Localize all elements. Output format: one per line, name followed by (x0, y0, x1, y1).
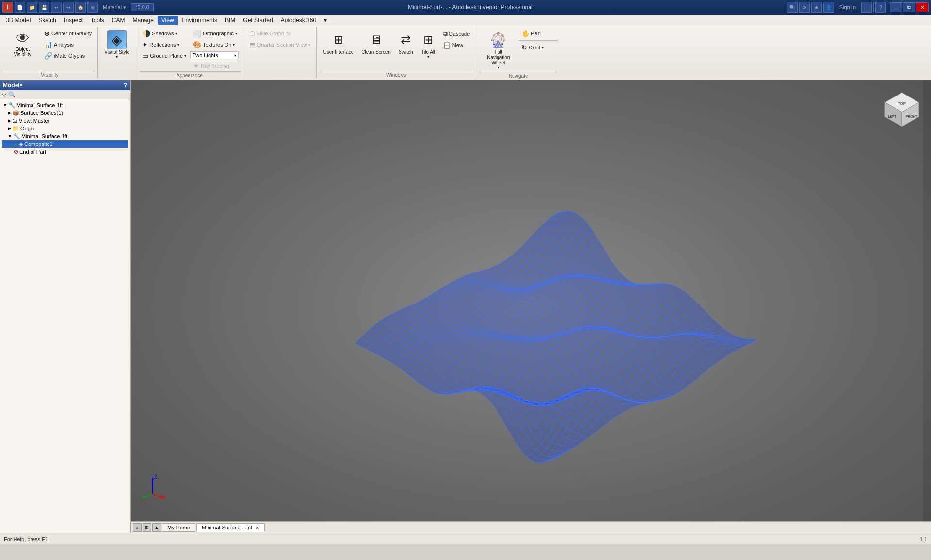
ribbon-group-section: ⬡ Slice Graphics ⬒ Quarter Section View … (243, 27, 317, 79)
titlebar: I 📄 📁 💾 ↩ ↪ 🏠 ⊕ Material ▾ *0;0,0 Minima… (0, 0, 931, 15)
menu-extra[interactable]: ▾ (320, 16, 331, 25)
quarter-section-label: Quarter Section View (257, 42, 307, 48)
analysis-button[interactable]: 📊 Analysis (41, 39, 95, 50)
menu-get-started[interactable]: Get Started (239, 16, 276, 25)
viewport-tab-up-icon[interactable]: ▲ (152, 523, 161, 532)
axis-svg: Z X Y (141, 475, 165, 499)
viewport-tab-grid-icon[interactable]: ⊞ (143, 523, 151, 532)
tree-expand-ms: ▼ (8, 134, 12, 139)
minimize-button[interactable]: ― (890, 2, 902, 12)
viewport-tab-file[interactable]: Minimal-Surface-...ipt ✕ (196, 523, 265, 532)
tree-item-origin[interactable]: ▶ 📁 Origin (2, 125, 128, 132)
signin-btn[interactable]: Sign In (835, 4, 860, 11)
menu-view[interactable]: View (158, 16, 178, 25)
close-button[interactable]: ✕ (916, 2, 929, 12)
search-model-icon[interactable]: 🔍 (8, 91, 16, 98)
titlebar-app-icons[interactable]: I 📄 📁 💾 ↩ ↪ 🏠 ⊕ (2, 2, 98, 13)
model-tree: ▼ 🔧 Minimal-Surface-1ft ▶ 📦 Surface Bodi… (0, 99, 130, 533)
tree-item-end-of-part[interactable]: ⊘ End of Part (2, 148, 128, 156)
orthographic-button[interactable]: ⬜ Orthographic ▾ (190, 28, 240, 39)
ray-tracing-label: Ray Tracing (201, 63, 229, 69)
user-interface-button[interactable]: ⊞ User Interface (320, 28, 357, 57)
app-logo-icon: I (2, 2, 13, 13)
menu-autodesk360[interactable]: Autodesk 360 (277, 16, 320, 25)
quick-access-home[interactable]: 🏠 (75, 2, 86, 13)
orbit-button[interactable]: ↻ Orbit ▾ (518, 42, 557, 53)
restore-button[interactable]: ⧉ (903, 2, 915, 12)
tab-myhome-label: My Home (167, 525, 190, 530)
tree-label-root: Minimal-Surface-1ft (16, 102, 63, 108)
clean-screen-button[interactable]: 🖥 Clean Screen (358, 28, 394, 57)
mode-selector[interactable]: Material ▾ (103, 4, 126, 11)
tile-all-icon: ⊞ (423, 30, 433, 49)
tile-all-button[interactable]: ⊞ Tile All ▾ (417, 28, 439, 61)
viewport[interactable]: TOP LEFT FRONT (131, 80, 931, 533)
quick-access-redo[interactable]: ↪ (63, 2, 74, 13)
menu-bim[interactable]: BIM (221, 16, 239, 25)
viewport-tab-myhome[interactable]: My Home (162, 523, 195, 532)
cascade-button[interactable]: ⧉ Cascade (440, 28, 473, 39)
textures-label: Textures On (203, 42, 231, 48)
quarter-section-button[interactable]: ⬒ Quarter Section View ▾ (246, 39, 314, 50)
quick-access-new[interactable]: 📄 (15, 2, 25, 13)
reflections-label: Reflections (149, 42, 176, 48)
filter-icon[interactable]: ▽ (2, 91, 6, 98)
visual-style-button[interactable]: ◈ Visual Style ▾ (101, 28, 133, 61)
nav-wheel-label: Full Navigation Wheel (482, 49, 514, 65)
windows-group-label: Windows (320, 71, 473, 78)
viewport-scrollbar-v[interactable] (923, 80, 931, 533)
y-axis-label: Y (142, 495, 145, 499)
viewport-tabs: ⌂ ⊞ ▲ My Home Minimal-Surface-...ipt ✕ (131, 521, 931, 533)
quick-access-undo[interactable]: ↩ (51, 2, 62, 13)
tree-icon-origin: 📁 (12, 125, 19, 132)
tree-icon-ms: 🔧 (13, 133, 20, 140)
imate-glyphs-button[interactable]: 🔗 iMate Glyphs (41, 50, 95, 61)
ray-tracing-button[interactable]: ☀ Ray Tracing (190, 61, 240, 71)
minimize-app-icon[interactable]: ― (861, 2, 872, 13)
quick-access-extra[interactable]: ⊕ (87, 2, 98, 13)
menu-sketch[interactable]: Sketch (34, 16, 60, 25)
full-nav-wheel-button[interactable]: 🎡 Full Navigation Wheel ▾ (479, 28, 517, 72)
center-gravity-label: Center of Gravity (51, 31, 92, 36)
new-button[interactable]: 📋 New (440, 40, 473, 50)
switch-button[interactable]: ⇄ Switch (395, 28, 417, 57)
panel-help-icon[interactable]: ? (124, 82, 127, 89)
tab-file-close-icon[interactable]: ✕ (256, 526, 259, 530)
ray-tracing-icon: ☀ (193, 62, 199, 70)
viewport-tab-home-icon[interactable]: ⌂ (133, 523, 142, 532)
menu-environments[interactable]: Environments (178, 16, 221, 25)
reflections-button[interactable]: ✦ Reflections ▾ (139, 39, 189, 50)
shadows-button[interactable]: 🌗 Shadows ▾ (139, 28, 189, 39)
quick-access-save[interactable]: 💾 (39, 2, 49, 13)
ground-plane-button[interactable]: ▭ Ground Plane ▾ (139, 50, 189, 61)
sync-icon[interactable]: ⟳ (799, 2, 810, 13)
object-visibility-button[interactable]: 👁 Object Visibility (5, 28, 40, 60)
search-icon[interactable]: 🔍 (787, 2, 798, 13)
slice-graphics-button[interactable]: ⬡ Slice Graphics (246, 28, 314, 39)
quick-access-open[interactable]: 📁 (27, 2, 37, 13)
menu-3dmodel[interactable]: 3D Model (2, 16, 34, 25)
pan-button[interactable]: ✋ Pan (518, 28, 557, 39)
center-of-gravity-button[interactable]: ⊕ Center of Gravity (41, 28, 95, 39)
menu-manage[interactable]: Manage (128, 16, 157, 25)
model-panel: Model ▾ ? ▽ 🔍 ▼ 🔧 Minimal-Surface-1ft ▶ … (0, 80, 131, 533)
shadows-icon: 🌗 (142, 30, 150, 37)
lights-value: Two Lights (193, 52, 218, 58)
help-icon[interactable]: ? (875, 2, 886, 13)
tree-item-composite1[interactable]: ✓ ◈ Composite1 (2, 140, 128, 148)
menu-cam[interactable]: CAM (108, 16, 129, 25)
favorites-icon[interactable]: ★ (811, 2, 822, 13)
menu-tools[interactable]: Tools (87, 16, 108, 25)
textures-button[interactable]: 🎨 Textures On ▾ (190, 39, 240, 50)
user-icon[interactable]: 👤 (823, 2, 834, 13)
tree-item-root[interactable]: ▼ 🔧 Minimal-Surface-1ft (2, 101, 128, 109)
object-visibility-icon: 👁 (16, 31, 30, 47)
tree-item-view-master[interactable]: ▶ 🗂 View: Master (2, 117, 128, 125)
tree-item-surface-bodies[interactable]: ▶ 📦 Surface Bodies(1) (2, 109, 128, 117)
tree-item-minimal-surface[interactable]: ▼ 🔧 Minimal-Surface-1ft (2, 132, 128, 140)
menu-inspect[interactable]: Inspect (60, 16, 87, 25)
lights-dropdown[interactable]: Two Lights ▾ (190, 51, 239, 59)
tree-expand-root: ▼ (3, 103, 7, 108)
tile-all-label: Tile All (421, 49, 435, 55)
panel-dropdown-arrow[interactable]: ▾ (20, 83, 22, 88)
